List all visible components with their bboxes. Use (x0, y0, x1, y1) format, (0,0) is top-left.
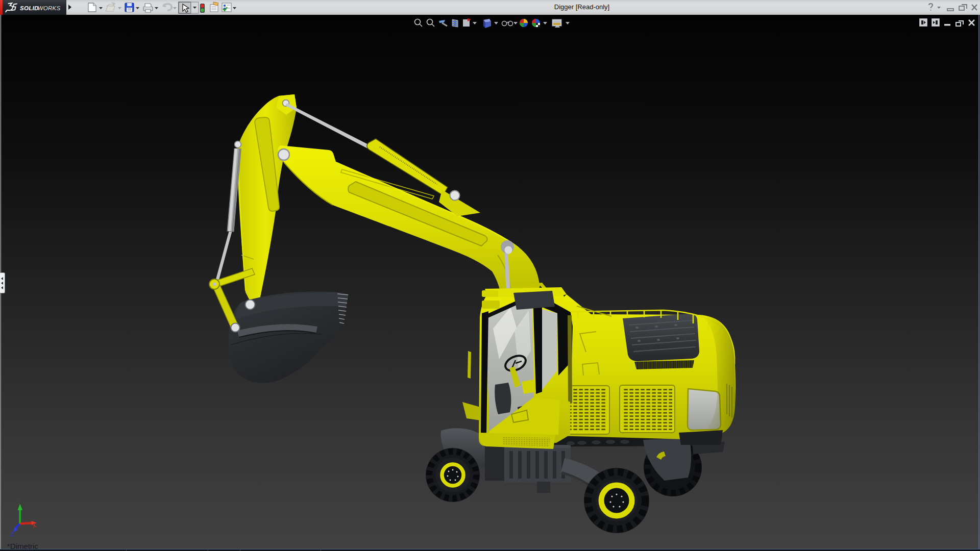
svg-text:X: X (31, 522, 37, 529)
svg-text:SOLID: SOLID (20, 5, 39, 11)
svg-text:Z: Z (11, 531, 14, 537)
svg-text:Y: Y (17, 501, 21, 507)
svg-text:WORKS: WORKS (38, 5, 61, 11)
